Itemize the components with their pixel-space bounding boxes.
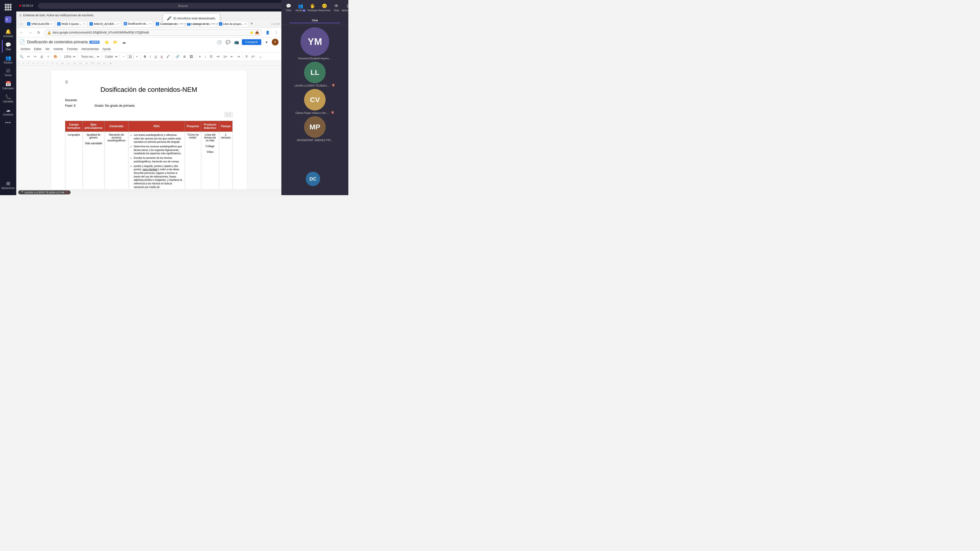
insert-table-btn[interactable]: ⊞: [182, 54, 187, 59]
zoom-select[interactable]: 125%: [62, 54, 76, 59]
link-btn[interactable]: 🔗: [174, 54, 181, 59]
menu-archivo[interactable]: Archivo: [19, 47, 32, 51]
font-select[interactable]: Calibri: [103, 54, 118, 59]
maximize-btn[interactable]: □: [274, 22, 276, 26]
app-launcher-btn[interactable]: [2, 2, 14, 13]
redo-btn[interactable]: ↪: [32, 54, 38, 59]
checklist-btn[interactable]: ☰: [208, 54, 214, 59]
meeting-apps-btn[interactable]: ⊞ Aplicaciones: [343, 2, 348, 13]
tab-close-anexo[interactable]: ×: [117, 22, 119, 25]
sidebar-item-onedrive[interactable]: ☁ OneDrive: [2, 105, 14, 118]
gdocs-right-icons: 🕐 💬 📺 Compartir ▾ Y: [216, 39, 278, 45]
bold-btn[interactable]: B: [142, 54, 147, 59]
increase-indent-btn[interactable]: ⇥: [235, 54, 241, 59]
forward-btn[interactable]: →: [27, 29, 33, 36]
sidebar-item-calendario[interactable]: 📅 Calendario: [2, 79, 14, 92]
td-campo: Lenguajes: [65, 132, 83, 191]
meeting-participar-btn[interactable]: 🖐 Participar: [307, 2, 318, 13]
menu-formato[interactable]: Formato: [65, 47, 79, 51]
browser-profile-btn[interactable]: 👤: [264, 29, 271, 36]
expand-btn[interactable]: ⌄: [258, 54, 263, 59]
gdocs-title: Dosificación de contenidos-primaria: [27, 40, 88, 44]
back-btn[interactable]: ←: [18, 29, 25, 36]
status-bar: 🎤 LAURA LUCERO TEJADA LEYVA 🚫: [16, 189, 282, 195]
search-in-doc-btn[interactable]: 🔍: [18, 54, 25, 59]
align-btn[interactable]: ≡: [197, 54, 202, 59]
italic-btn[interactable]: I: [149, 54, 153, 59]
underline-btn[interactable]: U: [153, 54, 158, 59]
share-button[interactable]: Compartir: [242, 39, 261, 45]
sidebar-item-aplicaciones[interactable]: ⊞ Aplicaciones: [2, 179, 14, 191]
new-tab-btn[interactable]: +: [249, 21, 255, 26]
close-browser-btn[interactable]: ×: [278, 22, 280, 26]
chat-tab-label: Chat: [290, 17, 340, 23]
tab-close-libro[interactable]: ×: [245, 22, 247, 25]
font-size-increase-btn[interactable]: +: [135, 54, 140, 59]
font-size-input[interactable]: [127, 54, 134, 59]
sidebar-item-actividad[interactable]: 🔔 Actividad: [2, 27, 14, 40]
sidebar-item-chat[interactable]: 💬 Chat: [2, 40, 14, 52]
browser-menu-btn[interactable]: ⋮: [273, 29, 280, 36]
style-select[interactable]: Texto nor...: [79, 54, 100, 59]
meeting-chat-btn[interactable]: 💬 Chat: [283, 2, 294, 13]
minimize-btn[interactable]: ─: [271, 22, 274, 26]
table-options-btn[interactable]: ⋮⋮: [224, 112, 232, 117]
participant-mp: MP MONSERRAT JIMÉNEZ PRI...: [283, 116, 347, 141]
notification-text: Entérese de todo. Active las notificacio…: [23, 14, 94, 17]
more-format-btn[interactable]: A⁺: [250, 54, 257, 59]
menu-herramientas[interactable]: Herramientas: [80, 47, 100, 51]
bullets-btn[interactable]: •≡: [215, 54, 221, 59]
sidebar-item-mas[interactable]: •••: [2, 118, 14, 127]
spellcheck-btn[interactable]: ✓: [46, 54, 51, 59]
clear-format-btn[interactable]: T̶: [244, 54, 249, 59]
meeting-reaccionar-btn[interactable]: 😊 Reaccionar: [319, 2, 330, 13]
doc-table: Campo formativo Ejes articuladores Conte…: [65, 121, 232, 191]
menu-editar[interactable]: Editar: [33, 47, 43, 51]
teams-sidebar: T 🔔 Actividad 💬 Chat 👥 Equipos ☑ Tareas …: [0, 0, 16, 195]
mic-muted-ll: 🔇: [332, 83, 335, 87]
star-btn[interactable]: ⭐: [103, 39, 110, 45]
menu-ver[interactable]: Ver: [44, 47, 51, 51]
gdocs-icon: 📄: [19, 39, 25, 45]
sidebar-item-tareas[interactable]: ☑ Tareas: [2, 66, 14, 78]
tab-close-vinculacion[interactable]: ×: [51, 22, 52, 25]
highlight-btn[interactable]: 🖍: [165, 54, 171, 59]
numbering-btn[interactable]: 1≡: [222, 54, 229, 59]
doc-content: ☰ Dosificación de contenidos-NEM Docente…: [16, 66, 282, 195]
refresh-btn[interactable]: ↻: [35, 29, 42, 36]
tab-libro[interactable]: G Libro de proyec... ×: [217, 21, 248, 27]
sidebar-item-equipos[interactable]: 👥 Equipos: [2, 53, 14, 66]
decrease-indent-btn[interactable]: ⇤: [229, 54, 235, 59]
meeting-vista-btn[interactable]: 👁 Vista: [331, 2, 342, 13]
mic-popup: 🎤 El micrófono está desactivado.: [163, 13, 220, 23]
menu-ayuda[interactable]: Ayuda: [101, 47, 112, 51]
tab-dosificacion[interactable]: G Dosificación de... ×: [121, 21, 153, 27]
sidebar-item-llamadas[interactable]: 📞 Llamadas: [2, 92, 14, 105]
tab-vinculacion[interactable]: G VINCULACIÓN ×: [25, 21, 54, 27]
tab-close-dosificacion[interactable]: ×: [150, 22, 151, 25]
insert-image-btn[interactable]: 🖼: [188, 54, 194, 59]
menu-insertar[interactable]: Insertar: [52, 47, 65, 51]
present-btn[interactable]: 📺: [233, 39, 240, 45]
tab-fase5[interactable]: G FASE 5 Quinto ... ×: [55, 21, 87, 27]
share-dropdown-btn[interactable]: ▾: [263, 39, 270, 45]
cloud-btn[interactable]: ☁: [121, 39, 127, 45]
comment-btn[interactable]: 💬: [225, 39, 231, 45]
undo-btn[interactable]: ↩: [26, 54, 31, 59]
nav-back-btn[interactable]: ←: [18, 21, 25, 27]
meeting-gente-btn[interactable]: 👥 Gente 5: [295, 2, 306, 13]
line-spacing-btn[interactable]: ↕: [203, 54, 208, 59]
tab-close-fase5[interactable]: ×: [83, 22, 85, 25]
print-btn[interactable]: 🖨: [39, 54, 45, 59]
paintformat-btn[interactable]: 🎨: [52, 54, 59, 59]
font-size-decrease-btn[interactable]: −: [121, 54, 126, 59]
history-btn[interactable]: 🕐: [216, 39, 223, 45]
grado-field: Grado: 5to grado de primaria: [94, 104, 134, 107]
url-bar[interactable]: 🔒 docs.google.com/document/d/1JlSijjEiKx…: [44, 29, 262, 36]
teams-logo-icon[interactable]: T: [2, 14, 14, 25]
doc-page: ☰ Dosificación de contenidos-NEM Docente…: [51, 71, 247, 195]
text-color-btn[interactable]: A: [159, 54, 164, 59]
tab-anexo[interactable]: G ANEXO_ACUER... ×: [88, 21, 121, 27]
folder-btn[interactable]: 📁: [112, 39, 119, 45]
sep6: [172, 54, 173, 59]
